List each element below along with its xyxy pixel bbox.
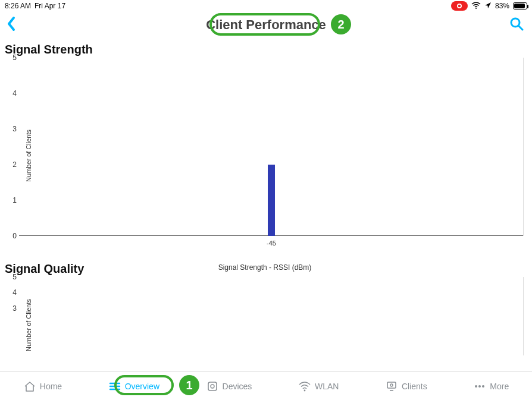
menu-icon [108,380,121,393]
chart-signal-strength: Number of Clients 012345-45 Signal Stren… [4,58,526,254]
search-button[interactable] [509,17,524,33]
clients-icon [385,380,398,393]
device-icon [206,380,219,393]
back-button[interactable] [6,15,17,34]
home-icon [23,380,36,393]
svg-line-4 [518,26,522,30]
battery-percentage: 83% [495,2,509,10]
y-tick: 4 [6,89,17,97]
y-tick: 5 [6,53,17,62]
tab-more[interactable]: More [466,377,516,395]
wifi-icon [298,380,311,393]
tab-label: Overview [125,382,159,391]
tab-clients[interactable]: Clients [378,377,434,395]
callout-badge-1: 1 [179,375,199,395]
svg-point-9 [211,385,214,388]
y-tick: 4 [6,288,17,297]
y-tick: 3 [6,304,17,313]
tab-overview[interactable]: Overview [101,377,167,395]
tab-wlan[interactable]: WLAN [291,377,346,395]
tab-label: Devices [223,382,252,391]
status-bar: 8:26 AM Fri Apr 17 83% [0,0,532,12]
content-scroll[interactable]: Signal Strength Number of Clients 012345… [0,39,532,371]
chart-signal-quality: Number of Clients 345 [4,277,526,371]
svg-point-1 [458,5,461,7]
bar [268,165,275,236]
section-title-signal-strength: Signal Strength [0,39,532,56]
location-icon [484,2,492,11]
y-tick: 1 [6,196,17,204]
svg-point-14 [475,385,477,388]
tab-label: WLAN [315,382,339,391]
x-axis-label: Signal Strength - RSSI (dBm) [4,263,526,272]
tab-label: Clients [402,382,427,391]
svg-point-2 [475,8,477,9]
status-date: Fri Apr 17 [35,2,65,10]
y-tick: 0 [6,232,17,240]
tab-label: More [490,382,509,391]
callout-badge-2: 2 [331,14,351,34]
y-tick: 5 [6,273,17,281]
tab-home[interactable]: Home [16,377,69,395]
tab-devices[interactable]: Devices [199,377,259,395]
more-icon [473,380,486,393]
tab-bar: Home Overview Devices WLAN Clients More [0,371,532,400]
svg-point-12 [390,384,393,386]
chevron-left-icon [6,15,17,32]
battery-icon [513,2,527,10]
svg-rect-11 [387,382,396,388]
nav-bar: Client Performance [0,12,532,38]
search-icon [509,17,524,31]
page-title: Client Performance [206,17,326,33]
svg-point-10 [304,389,306,391]
svg-rect-8 [208,382,217,390]
status-time: 8:26 AM [5,2,31,10]
x-tick: -45 [267,240,276,247]
y-tick: 2 [6,160,17,169]
y-tick: 3 [6,125,17,133]
wifi-icon [471,2,481,11]
tab-label: Home [40,382,62,391]
screen-record-indicator[interactable] [451,1,468,11]
svg-point-15 [478,385,481,388]
svg-point-16 [482,385,484,388]
